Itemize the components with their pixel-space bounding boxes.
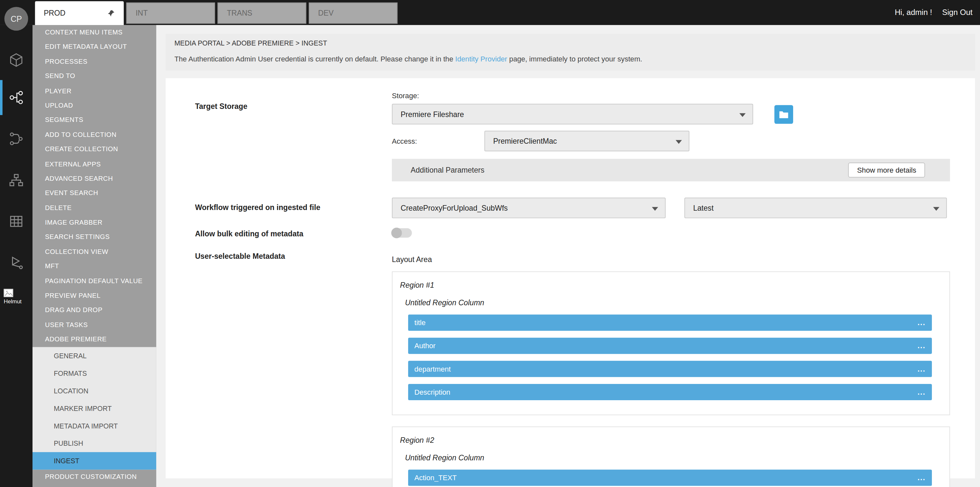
ingest-settings-panel: Target Storage Storage: Premiere Filesha…: [166, 78, 975, 478]
metadata-field-title[interactable]: title...: [408, 315, 932, 331]
target-storage-label: Target Storage: [195, 92, 392, 181]
bulk-edit-row: Allow bulk editing of metadata: [195, 227, 950, 238]
sidebar-subitem-marker-import[interactable]: MARKER IMPORT: [32, 399, 156, 417]
sidebar-item-product-customization[interactable]: PRODUCT CUSTOMIZATION: [32, 469, 156, 484]
tab-label: DEV: [318, 9, 333, 18]
metadata-field-department[interactable]: department...: [408, 361, 932, 377]
sign-out-link[interactable]: Sign Out: [942, 8, 972, 17]
greeting-text: Hi, admin !: [895, 8, 932, 17]
region-title: Region #1: [400, 281, 932, 290]
metadata-row: User-selectable Metadata Layout Area Reg…: [195, 252, 950, 487]
breadcrumb: MEDIA PORTAL > ADOBE PREMIERE > INGEST: [175, 39, 966, 47]
workflow-icon[interactable]: [0, 84, 32, 112]
sidebar-item-context-menu-items[interactable]: CONTEXT MENU ITEMS: [32, 25, 156, 40]
sidebar-item-upload[interactable]: UPLOAD: [32, 98, 156, 113]
sidebar-item-search-settings[interactable]: SEARCH SETTINGS: [32, 230, 156, 244]
browse-folder-button[interactable]: [774, 105, 793, 123]
sidebar-item-event-search[interactable]: EVENT SEARCH: [32, 186, 156, 201]
sidebar-subitem-metadata-import[interactable]: METADATA IMPORT: [32, 417, 156, 434]
show-more-details-button[interactable]: Show more details: [848, 163, 925, 177]
env-tabs: PRODINTTRANSDEV: [35, 1, 398, 25]
chevron-down-icon: [652, 207, 658, 211]
sidebar-item-processes[interactable]: PROCESSES: [32, 54, 156, 69]
sidebar-item-delete[interactable]: DELETE: [32, 201, 156, 215]
metadata-label: User-selectable Metadata: [195, 252, 392, 487]
workflow-dropdown[interactable]: CreateProxyForUpload_SubWfs: [392, 198, 665, 218]
workflow-version-dropdown[interactable]: Latest: [684, 198, 947, 218]
access-label: Access:: [392, 137, 484, 145]
sitemap-icon[interactable]: [0, 166, 32, 194]
more-options-button[interactable]: ...: [918, 473, 926, 482]
sidebar-item-edit-metadata-layout[interactable]: EDIT METADATA LAYOUT: [32, 40, 156, 54]
tab-trans[interactable]: TRANS: [217, 3, 306, 24]
identity-provider-link[interactable]: Identity Provider: [455, 55, 507, 62]
sidebar-item-mft[interactable]: MFT: [32, 259, 156, 274]
workflow-row: Workflow triggered on ingested file Crea…: [195, 198, 950, 218]
field-label: Description: [414, 388, 450, 396]
sidebar-item-collection-view[interactable]: COLLECTION VIEW: [32, 244, 156, 259]
access-dropdown[interactable]: PremiereClientMac: [484, 131, 689, 151]
sidebar: CONTEXT MENU ITEMSEDIT METADATA LAYOUTPR…: [32, 25, 156, 487]
region-column-title: Untitled Region Column: [405, 299, 932, 307]
branch-icon[interactable]: [0, 125, 32, 153]
sidebar-subitem-location[interactable]: LOCATION: [32, 382, 156, 399]
tab-label: TRANS: [227, 9, 252, 18]
avatar[interactable]: CP: [4, 7, 28, 30]
target-storage-row: Target Storage Storage: Premiere Filesha…: [195, 92, 950, 181]
sidebar-item-user-tasks[interactable]: USER TASKS: [32, 318, 156, 332]
chevron-down-icon: [933, 207, 939, 211]
field-label: Author: [414, 342, 436, 350]
more-options-button[interactable]: ...: [918, 364, 926, 373]
broken-image-icon: [4, 289, 13, 297]
sidebar-subitem-ingest[interactable]: INGEST: [32, 452, 156, 469]
access-dropdown-value: PremiereClientMac: [493, 137, 557, 145]
storage-label: Storage:: [392, 92, 950, 99]
workflow-label: Workflow triggered on ingested file: [195, 198, 392, 218]
sidebar-item-adobe-premiere[interactable]: ADOBE PREMIERE: [32, 332, 156, 347]
helmut-logo[interactable]: Helmut: [4, 289, 22, 305]
layout-area-label: Layout Area: [392, 255, 950, 264]
cube-icon[interactable]: [0, 46, 32, 74]
player-icon[interactable]: [0, 249, 32, 277]
sidebar-item-advanced-search[interactable]: ADVANCED SEARCH: [32, 171, 156, 186]
info-panel: MEDIA PORTAL > ADOBE PREMIERE > INGEST T…: [166, 34, 975, 70]
sidebar-submenu: GENERALFORMATSLOCATIONMARKER IMPORTMETAD…: [32, 347, 156, 469]
sidebar-item-preview-panel[interactable]: PREVIEW PANEL: [32, 288, 156, 303]
additional-parameters-label: Additional Parameters: [411, 166, 484, 174]
sidebar-subitem-formats[interactable]: FORMATS: [32, 364, 156, 382]
tab-dev[interactable]: DEV: [309, 3, 398, 24]
metadata-field-description[interactable]: Description...: [408, 384, 932, 400]
app-root: PRODINTTRANSDEV Hi, admin ! Sign Out CP: [0, 0, 980, 487]
storyboard-icon[interactable]: [0, 208, 32, 235]
storage-dropdown[interactable]: Premiere Fileshare: [392, 104, 753, 124]
sidebar-item-image-grabber[interactable]: IMAGE GRABBER: [32, 215, 156, 230]
more-options-button[interactable]: ...: [918, 388, 926, 397]
storage-dropdown-value: Premiere Fileshare: [401, 110, 464, 119]
sidebar-item-add-to-collection[interactable]: ADD TO COLLECTION: [32, 128, 156, 142]
topbar-right: Hi, admin ! Sign Out: [895, 0, 972, 25]
sidebar-subitem-publish[interactable]: PUBLISH: [32, 434, 156, 452]
access-row: Access: PremiereClientMac: [392, 131, 950, 151]
helmut-caption: Helmut: [4, 299, 22, 305]
icon-rail: Helmut: [0, 25, 32, 487]
sidebar-subitem-general[interactable]: GENERAL: [32, 347, 156, 364]
sidebar-item-external-apps[interactable]: EXTERNAL APPS: [32, 157, 156, 171]
warning-message: The Authentication Admin User credential…: [175, 55, 966, 62]
metadata-field-action-text[interactable]: Action_TEXT...: [408, 470, 932, 486]
tab-int[interactable]: INT: [126, 3, 215, 24]
bulk-edit-toggle[interactable]: [392, 228, 412, 238]
sidebar-item-create-collection[interactable]: CREATE COLLECTION: [32, 142, 156, 157]
sidebar-item-segments[interactable]: SEGMENTS: [32, 113, 156, 128]
more-options-button[interactable]: ...: [918, 318, 926, 327]
warning-text-post: page, immediately to protect your system…: [507, 55, 643, 62]
field-label: title: [414, 319, 425, 326]
tab-prod[interactable]: PROD: [35, 1, 124, 25]
chevron-down-icon: [740, 113, 746, 117]
sidebar-item-pagination-default-value[interactable]: PAGINATION DEFAULT VALUE: [32, 274, 156, 288]
sidebar-item-send-to[interactable]: SEND TO: [32, 69, 156, 83]
sidebar-item-player[interactable]: PLAYER: [32, 83, 156, 98]
metadata-field-author[interactable]: Author...: [408, 338, 932, 354]
more-options-button[interactable]: ...: [918, 341, 926, 350]
chevron-down-icon: [676, 140, 682, 144]
sidebar-item-drag-and-drop[interactable]: DRAG AND DROP: [32, 303, 156, 318]
